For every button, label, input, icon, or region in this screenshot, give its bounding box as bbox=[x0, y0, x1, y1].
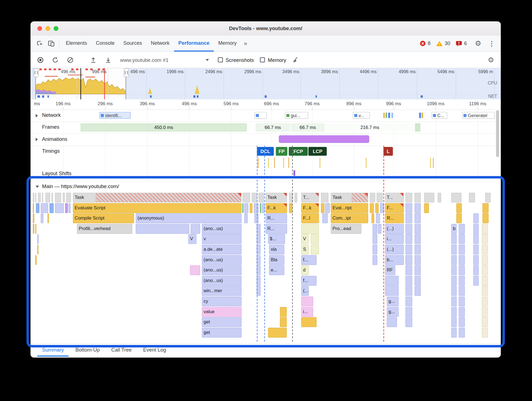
flame-block[interactable] bbox=[451, 245, 457, 255]
flame-block[interactable]: b... bbox=[385, 255, 404, 265]
flame-block[interactable] bbox=[311, 234, 319, 244]
flame-block[interactable] bbox=[473, 213, 479, 223]
flame-block[interactable] bbox=[325, 203, 330, 213]
flame-block[interactable] bbox=[482, 245, 488, 255]
flame-block[interactable] bbox=[65, 203, 68, 213]
flame-block[interactable]: (...) bbox=[385, 224, 404, 234]
timeline-overview[interactable]: 496 ms996 ms496 ms1996 ms2496 ms2996 ms3… bbox=[31, 68, 501, 100]
flame-block[interactable] bbox=[322, 213, 328, 223]
flame-block[interactable] bbox=[405, 224, 412, 234]
tab-network[interactable]: Network bbox=[146, 35, 174, 51]
tab-console[interactable]: Console bbox=[91, 35, 119, 51]
timing-marker-fp[interactable]: FP bbox=[276, 147, 288, 156]
save-profile-button[interactable] bbox=[102, 54, 114, 66]
flame-block[interactable]: get bbox=[202, 328, 242, 338]
flame-block[interactable]: Pro...ead bbox=[331, 224, 362, 234]
flame-block[interactable] bbox=[473, 276, 479, 286]
flame-block[interactable]: T... bbox=[301, 193, 319, 203]
flame-block[interactable] bbox=[405, 317, 412, 327]
flame-block[interactable]: Profili...verhead bbox=[77, 224, 132, 234]
flame-block[interactable] bbox=[35, 224, 36, 234]
flame-block[interactable] bbox=[321, 193, 328, 203]
flame-block[interactable] bbox=[280, 317, 287, 327]
flame-block[interactable] bbox=[387, 317, 397, 327]
flame-block[interactable] bbox=[242, 203, 244, 213]
flame-block[interactable]: cy bbox=[202, 297, 242, 307]
flame-block[interactable] bbox=[482, 307, 488, 317]
flame-block[interactable]: F...k bbox=[266, 203, 287, 213]
flame-block[interactable] bbox=[69, 203, 70, 213]
flame-block[interactable] bbox=[250, 203, 252, 213]
flame-block[interactable] bbox=[483, 203, 489, 213]
flame-block[interactable] bbox=[42, 193, 43, 203]
flame-block[interactable] bbox=[378, 224, 381, 234]
flame-block[interactable]: R... bbox=[385, 213, 404, 223]
flame-block[interactable]: F...k bbox=[301, 203, 319, 213]
flame-block[interactable] bbox=[405, 245, 412, 255]
flame-block[interactable] bbox=[33, 224, 34, 234]
flame-block[interactable] bbox=[469, 193, 475, 203]
network-track[interactable]: Network identifi...gui...v...C...Generat… bbox=[31, 110, 501, 122]
flame-block[interactable] bbox=[190, 265, 200, 275]
main-menu-button[interactable]: ⋮ bbox=[486, 38, 497, 49]
animations-track[interactable]: Animations bbox=[31, 133, 501, 146]
flame-block[interactable] bbox=[451, 234, 457, 244]
flame-block[interactable] bbox=[136, 224, 189, 234]
capture-settings-button[interactable]: ⚙ bbox=[485, 54, 497, 66]
flame-block[interactable] bbox=[372, 213, 374, 223]
flame-block[interactable] bbox=[415, 286, 421, 296]
profile-select[interactable]: www.youtube.com #1 bbox=[117, 56, 212, 64]
flame-block[interactable] bbox=[63, 193, 65, 203]
flame-block[interactable] bbox=[415, 255, 421, 265]
clear-recording-button[interactable] bbox=[64, 54, 76, 66]
flame-block[interactable] bbox=[405, 286, 412, 296]
flame-block[interactable]: (ano...us) bbox=[202, 224, 242, 234]
flame-block[interactable] bbox=[459, 265, 465, 275]
flame-block[interactable] bbox=[244, 203, 248, 213]
settings-button[interactable]: ⚙ bbox=[472, 38, 484, 49]
flame-block[interactable]: F...l bbox=[301, 213, 319, 223]
bottom-tab-call-tree[interactable]: Call Tree bbox=[107, 344, 136, 357]
flame-block[interactable] bbox=[257, 255, 261, 265]
flame-block[interactable] bbox=[352, 193, 368, 203]
flame-block[interactable]: (... bbox=[301, 286, 309, 296]
flame-block[interactable] bbox=[424, 193, 434, 203]
flame-block[interactable] bbox=[485, 193, 491, 203]
inspect-element-button[interactable] bbox=[34, 38, 46, 49]
flame-block[interactable] bbox=[96, 193, 241, 203]
flame-block[interactable] bbox=[405, 255, 412, 265]
flame-block[interactable] bbox=[41, 213, 43, 223]
flame-block[interactable] bbox=[451, 265, 457, 275]
flame-block[interactable]: S bbox=[301, 245, 309, 255]
flame-block[interactable] bbox=[52, 193, 53, 203]
flame-block[interactable] bbox=[41, 203, 48, 213]
flame-block[interactable] bbox=[244, 213, 247, 223]
flame-block[interactable]: (ano...us) bbox=[202, 255, 242, 265]
reload-and-record-button[interactable] bbox=[49, 54, 61, 66]
warning-icon[interactable] bbox=[436, 40, 443, 46]
flame-block[interactable] bbox=[289, 203, 293, 213]
flame-block[interactable]: i... bbox=[301, 307, 313, 317]
flame-block[interactable]: R... bbox=[266, 224, 287, 234]
flame-block[interactable]: Task bbox=[266, 193, 287, 203]
flame-block[interactable] bbox=[66, 193, 71, 203]
more-panels-button[interactable]: » bbox=[241, 35, 250, 51]
flame-block[interactable] bbox=[482, 317, 488, 327]
flame-block[interactable] bbox=[483, 213, 489, 223]
issues-icon[interactable] bbox=[456, 40, 462, 46]
network-request[interactable]: v... bbox=[353, 112, 370, 119]
flame-block[interactable]: Com...ipt bbox=[331, 213, 368, 223]
flame-block[interactable]: a.de...ate bbox=[202, 245, 242, 255]
flame-block[interactable] bbox=[451, 286, 457, 296]
flame-block[interactable] bbox=[405, 213, 412, 223]
flame-block[interactable]: RF bbox=[385, 265, 395, 275]
timing-marker-dcl[interactable]: DCL bbox=[257, 147, 274, 156]
flame-block[interactable] bbox=[301, 317, 317, 327]
flame-block[interactable] bbox=[451, 317, 457, 327]
flame-block[interactable] bbox=[405, 307, 412, 317]
left-selection-handle[interactable] bbox=[35, 68, 36, 99]
flame-block[interactable] bbox=[257, 276, 261, 286]
flame-block[interactable] bbox=[36, 203, 39, 213]
flame-block[interactable] bbox=[415, 234, 421, 244]
frame-block[interactable]: 216.7 ms bbox=[325, 123, 414, 132]
